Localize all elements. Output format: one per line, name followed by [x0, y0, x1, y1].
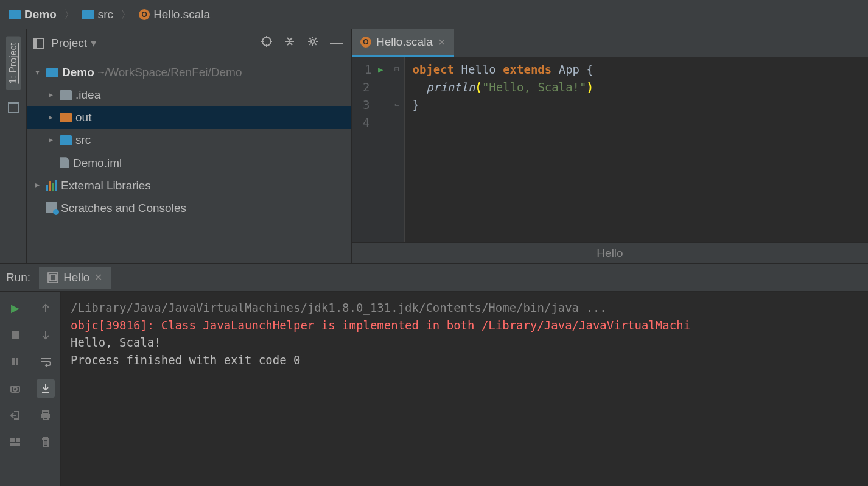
trash-icon[interactable] [37, 433, 55, 451]
project-panel-title[interactable]: Project ▾ [51, 36, 97, 50]
editor-body[interactable]: 1▶ 2 3 4 ⊟ ⌙ object Hello extends App { … [352, 57, 868, 242]
locate-icon[interactable] [259, 33, 275, 53]
hide-icon[interactable]: — [328, 33, 345, 53]
run-label: Run: [6, 271, 30, 284]
svg-line-15 [315, 43, 317, 44]
tree-row[interactable]: ▾Demo ~/WorkSpace/RenFei/Demo [27, 61, 351, 83]
breadcrumb-demo[interactable]: Demo [5, 7, 60, 23]
scratches-icon [46, 202, 57, 213]
svg-point-9 [311, 40, 315, 43]
breadcrumb: Demo 〉 src 〉 O Hello.scala [0, 0, 868, 29]
project-tool-tab[interactable]: 1: Project [6, 37, 21, 90]
tree-row[interactable]: Demo.iml [27, 152, 351, 174]
tree-row[interactable]: ▸src [27, 129, 351, 151]
code-text-area[interactable]: object Hello extends App { println("Hell… [405, 57, 868, 242]
editor-tab-hello[interactable]: O Hello.scala ✕ [352, 29, 454, 57]
tree-item-label: External Libraries [61, 175, 151, 196]
stop-button[interactable] [6, 326, 24, 344]
tree-item-label: Scratches and Consoles [61, 197, 186, 219]
run-mid-toolbar [30, 292, 61, 486]
svg-rect-0 [9, 103, 18, 113]
tree-row[interactable]: ▸External Libraries [27, 174, 351, 197]
fold-gutter: ⊟ ⌙ [389, 57, 405, 242]
collapse-icon[interactable] [282, 33, 298, 53]
tree-item-label: src [75, 129, 91, 150]
panel-view-icon [33, 37, 45, 49]
svg-rect-21 [12, 358, 15, 365]
project-panel-toolbar: — [259, 33, 345, 53]
editor-tabs: O Hello.scala ✕ [352, 29, 868, 57]
run-panel: Run: Hello ✕ ▶ [0, 263, 868, 486]
layout-button[interactable] [6, 433, 24, 451]
svg-rect-25 [10, 438, 15, 442]
project-panel-header: Project ▾ — [27, 29, 351, 57]
output-line: objc[39816]: Class JavaLaunchHelper is i… [71, 317, 858, 334]
breadcrumb-label: Hello.scala [153, 8, 210, 21]
scala-file-icon: O [139, 9, 150, 20]
tree-arrow-icon[interactable]: ▸ [45, 110, 56, 125]
project-tree: ▾Demo ~/WorkSpace/RenFei/Demo▸.idea▸out▸… [27, 57, 351, 223]
scala-file-icon: O [360, 37, 371, 48]
svg-rect-22 [16, 358, 18, 365]
close-icon[interactable]: ✕ [94, 272, 102, 283]
svg-point-24 [13, 387, 17, 391]
breadcrumb-file[interactable]: O Hello.scala [135, 7, 214, 23]
pause-button[interactable] [6, 353, 24, 371]
tree-item-path: ~/WorkSpace/RenFei/Demo [98, 62, 242, 83]
soft-wrap-icon[interactable] [37, 353, 55, 371]
structure-icon[interactable] [5, 100, 21, 116]
chevron-down-icon: ▾ [91, 36, 97, 50]
run-panel-header: Run: Hello ✕ [0, 264, 868, 292]
exit-button[interactable] [6, 406, 24, 424]
svg-line-16 [309, 43, 310, 44]
scroll-to-end-icon[interactable] [37, 379, 55, 398]
left-tool-strip: 1: Project [0, 29, 27, 263]
run-tab-hello[interactable]: Hello ✕ [39, 267, 111, 289]
fold-end-icon: ⌙ [393, 96, 401, 114]
tree-arrow-icon[interactable]: ▸ [32, 177, 43, 193]
svg-point-3 [262, 37, 271, 46]
chevron-right-icon: 〉 [121, 7, 131, 22]
libraries-icon [46, 180, 57, 191]
breadcrumb-label: src [98, 8, 113, 21]
gear-icon[interactable] [305, 33, 321, 53]
run-left-toolbar: ▶ [0, 292, 30, 486]
editor-panel: O Hello.scala ✕ 1▶ 2 3 4 ⊟ ⌙ object Hell… [352, 29, 868, 263]
close-icon[interactable]: ✕ [438, 37, 446, 48]
tree-arrow-icon[interactable]: ▸ [45, 132, 56, 148]
line-gutter: 1▶ 2 3 4 [352, 57, 389, 242]
run-tab-label: Hello [63, 271, 89, 284]
down-icon[interactable] [37, 326, 55, 344]
run-config-icon [47, 272, 58, 283]
output-line: Process finished with exit code 0 [71, 351, 858, 369]
dump-button[interactable] [6, 379, 24, 398]
breadcrumb-label: Demo [24, 8, 57, 21]
svg-rect-19 [50, 275, 56, 281]
tree-row[interactable]: ▸.idea [27, 83, 351, 106]
rerun-button[interactable]: ▶ [6, 299, 24, 317]
svg-rect-27 [10, 443, 20, 446]
folder-icon [9, 10, 21, 19]
svg-rect-20 [12, 331, 19, 339]
breadcrumb-src[interactable]: src [79, 7, 117, 23]
tree-arrow-icon[interactable]: ▾ [32, 65, 43, 80]
folder-icon [60, 135, 72, 145]
tree-row[interactable]: Scratches and Consoles [27, 197, 351, 219]
run-gutter-icon[interactable]: ▶ [378, 63, 383, 77]
chevron-right-icon: 〉 [64, 7, 75, 22]
module-file-icon [60, 157, 69, 168]
print-icon[interactable] [37, 406, 55, 424]
tree-row[interactable]: ▸out [27, 106, 351, 129]
up-icon[interactable] [37, 299, 55, 317]
folder-icon [46, 68, 58, 77]
svg-rect-28 [43, 411, 49, 414]
folder-icon [60, 113, 72, 122]
fold-toggle-icon[interactable]: ⊟ [393, 61, 401, 79]
tree-arrow-icon[interactable]: ▸ [45, 87, 56, 103]
run-console-output[interactable]: /Library/Java/JavaVirtualMachines/jdk1.8… [61, 292, 868, 486]
tree-item-label: out [75, 107, 91, 128]
project-panel: Project ▾ — ▾Demo ~/WorkSpace/RenFei/Dem… [27, 29, 352, 263]
svg-line-17 [315, 38, 317, 39]
editor-breadcrumb-trail[interactable]: Hello [352, 242, 868, 263]
svg-rect-2 [34, 38, 37, 48]
